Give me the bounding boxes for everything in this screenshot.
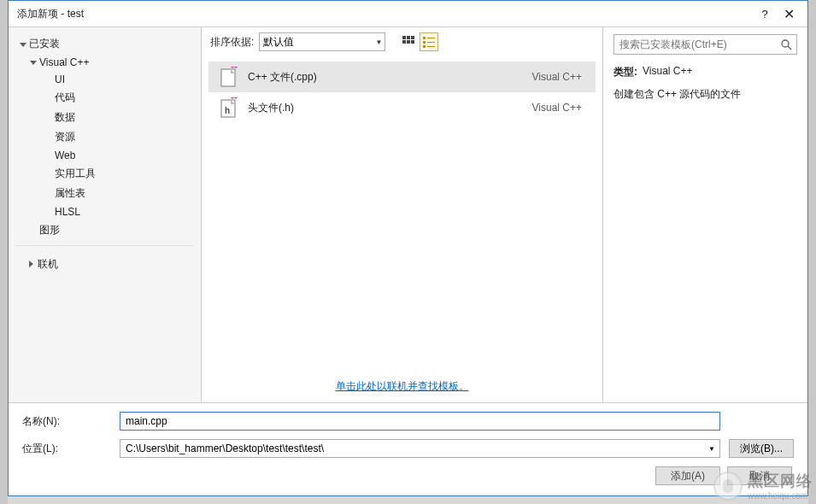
grid-icon <box>402 36 414 48</box>
view-medium-icons-button[interactable] <box>399 32 418 51</box>
titlebar: 添加新项 - test ? ✕ <box>9 1 807 26</box>
location-input[interactable] <box>120 439 720 458</box>
tree-label: UI <box>55 73 65 85</box>
tree-ui[interactable]: UI <box>9 71 201 88</box>
add-new-item-dialog: 添加新项 - test ? ✕ 已安装 Visual C++ UI 代码 数据 … <box>8 0 808 496</box>
sort-label: 排序依据: <box>210 35 254 50</box>
tree-label: 联机 <box>38 257 58 272</box>
tree-label: 属性表 <box>55 186 85 201</box>
tree-util[interactable]: 实用工具 <box>9 164 201 184</box>
category-tree: 已安装 Visual C++ UI 代码 数据 资源 Web 实用工具 属性表 … <box>9 27 202 402</box>
tree-label: Visual C++ <box>39 56 89 68</box>
tree-installed[interactable]: 已安装 <box>9 34 201 54</box>
svg-line-18 <box>788 46 791 50</box>
view-toggle <box>399 32 438 51</box>
type-label: 类型: <box>613 65 637 79</box>
svg-rect-8 <box>423 41 426 44</box>
svg-rect-0 <box>402 36 406 39</box>
svg-text:++: ++ <box>231 97 238 101</box>
svg-rect-4 <box>407 40 410 44</box>
svg-rect-3 <box>402 40 406 44</box>
background-left <box>0 0 8 504</box>
svg-rect-6 <box>423 37 426 39</box>
tree-label: 代码 <box>55 91 75 105</box>
template-label: C++ 文件(.cpp) <box>248 70 532 85</box>
chevron-down-icon <box>17 41 29 48</box>
tree-vcpp[interactable]: Visual C++ <box>9 54 201 71</box>
tree-label: 实用工具 <box>55 167 96 181</box>
svg-rect-2 <box>411 36 414 39</box>
chevron-right-icon <box>17 254 38 274</box>
svg-rect-5 <box>411 40 414 44</box>
list-icon <box>423 36 435 48</box>
tree-propsheet[interactable]: 属性表 <box>9 184 201 203</box>
tree-online[interactable]: 联机 <box>9 251 201 277</box>
name-label: 名称(N): <box>22 414 120 429</box>
bottom-panel: 名称(N): 位置(L): ▼ 浏览(B)... 添加(A) 取消 <box>9 403 807 495</box>
svg-text:++: ++ <box>231 67 238 70</box>
toolbar: 排序依据: ▼ <box>202 27 602 56</box>
svg-rect-1 <box>407 36 410 39</box>
cancel-button[interactable]: 取消 <box>727 466 792 485</box>
svg-rect-11 <box>427 46 435 47</box>
chevron-down-icon <box>27 59 39 66</box>
tree-code[interactable]: 代码 <box>9 88 201 108</box>
add-button[interactable]: 添加(A) <box>655 466 720 485</box>
tree-label: 数据 <box>55 110 75 125</box>
view-small-list-button[interactable] <box>420 32 438 51</box>
template-row-header[interactable]: h++ 头文件(.h) Visual C++ <box>208 92 596 123</box>
template-label: 头文件(.h) <box>248 101 532 115</box>
type-row: 类型: Visual C++ <box>613 65 797 79</box>
tree-label: HLSL <box>55 206 80 218</box>
tree-label: Web <box>55 149 75 161</box>
online-templates-link[interactable]: 单击此处以联机并查找模板。 <box>336 380 469 392</box>
svg-point-17 <box>782 40 789 47</box>
browse-button[interactable]: 浏览(B)... <box>729 439 794 458</box>
close-button[interactable]: ✕ <box>777 5 801 22</box>
tree-label: 资源 <box>55 130 75 144</box>
name-input[interactable] <box>120 412 720 431</box>
template-description: 创建包含 C++ 源代码的文件 <box>613 86 797 103</box>
details-pane: 类型: Visual C++ 创建包含 C++ 源代码的文件 <box>603 27 807 402</box>
help-button[interactable]: ? <box>753 5 777 22</box>
svg-rect-10 <box>423 45 426 48</box>
svg-rect-7 <box>427 38 435 38</box>
svg-rect-9 <box>427 42 435 43</box>
template-row-cpp[interactable]: ++ C++ 文件(.cpp) Visual C++ <box>208 62 596 92</box>
tree-data[interactable]: 数据 <box>9 108 201 127</box>
tree-hlsl[interactable]: HLSL <box>9 203 201 220</box>
template-pane: 排序依据: ▼ ++ <box>202 27 603 402</box>
tree-graphics[interactable]: 图形 <box>9 220 201 240</box>
tree-resource[interactable]: 资源 <box>9 127 201 147</box>
header-file-icon: h++ <box>217 97 241 118</box>
location-label: 位置(L): <box>22 442 120 456</box>
content-area: 已安装 Visual C++ UI 代码 数据 资源 Web 实用工具 属性表 … <box>9 26 807 403</box>
tree-separator <box>15 245 194 246</box>
search-input[interactable] <box>613 34 797 55</box>
search-icon[interactable] <box>780 38 792 50</box>
window-title: 添加新项 - test <box>17 7 753 21</box>
online-templates-link-row: 单击此处以联机并查找模板。 <box>202 371 602 402</box>
tree-label: 已安装 <box>29 37 60 51</box>
type-value: Visual C++ <box>643 65 692 79</box>
template-lang: Visual C++ <box>532 102 582 114</box>
svg-text:h: h <box>225 106 230 115</box>
sort-select[interactable] <box>259 32 385 51</box>
tree-label: 图形 <box>39 223 60 237</box>
template-list: ++ C++ 文件(.cpp) Visual C++ h++ 头文件(.h) V… <box>202 56 602 371</box>
cpp-file-icon: ++ <box>217 67 241 87</box>
tree-web[interactable]: Web <box>9 147 201 164</box>
template-lang: Visual C++ <box>532 71 582 83</box>
background-right <box>808 0 816 504</box>
